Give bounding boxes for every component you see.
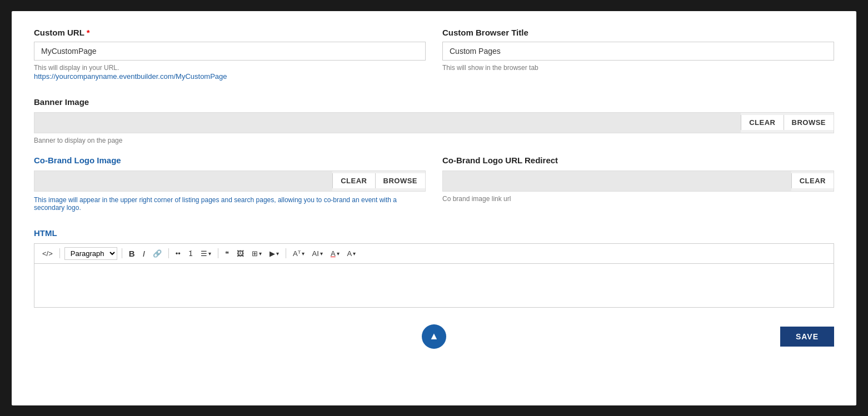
align-chevron-icon: ▾ bbox=[208, 250, 211, 257]
main-window: Custom URL * This will display in your U… bbox=[12, 11, 856, 405]
footer-row: ▲ SAVE bbox=[34, 324, 834, 349]
cobrand-url-input-row: CLEAR bbox=[442, 171, 834, 192]
blockquote-icon: ❝ bbox=[225, 249, 229, 258]
media-button[interactable]: ▶ ▾ bbox=[267, 248, 281, 259]
font-color-chevron-icon: ▾ bbox=[337, 250, 340, 257]
cobrand-clear-button[interactable]: CLEAR bbox=[332, 173, 375, 188]
cobrand-url-section: Co-Brand Logo URL Redirect CLEAR Co bran… bbox=[442, 156, 834, 212]
html-label: HTML bbox=[34, 228, 834, 238]
paragraph-select[interactable]: Paragraph bbox=[64, 247, 117, 260]
toolbar-divider-4 bbox=[218, 248, 218, 258]
cobrand-logo-section: Co-Brand Logo Image CLEAR BROWSE This im… bbox=[34, 156, 426, 212]
highlight-chevron-icon: ▾ bbox=[353, 250, 356, 257]
cobrand-logo-helper: This image will appear in the upper righ… bbox=[34, 196, 426, 212]
cobrand-url-clear-button[interactable]: CLEAR bbox=[791, 173, 834, 188]
custom-url-section: Custom URL * This will display in your U… bbox=[34, 28, 426, 81]
ordered-list-button[interactable]: 1̇ bbox=[186, 248, 195, 259]
table-chevron-icon: ▾ bbox=[259, 250, 262, 257]
highlight-button[interactable]: A ▾ bbox=[345, 248, 358, 259]
format-size-button[interactable]: AI ▾ bbox=[310, 248, 325, 259]
format-size-icon: AI bbox=[312, 249, 319, 258]
format-font-chevron-icon: ▾ bbox=[302, 250, 305, 257]
required-indicator: * bbox=[87, 28, 90, 37]
bold-button[interactable]: B bbox=[127, 248, 137, 259]
image-icon: 🖼 bbox=[237, 249, 244, 258]
italic-button[interactable]: I bbox=[141, 248, 147, 259]
font-color-icon: A bbox=[331, 249, 336, 258]
link-button[interactable]: 🔗 bbox=[151, 248, 164, 259]
custom-url-label: Custom URL * bbox=[34, 28, 426, 37]
custom-browser-title-label: Custom Browser Title bbox=[442, 28, 834, 37]
table-button[interactable]: ⊞ ▾ bbox=[250, 248, 264, 259]
banner-image-input-row: CLEAR BROWSE bbox=[34, 112, 834, 133]
blockquote-button[interactable]: ❝ bbox=[223, 248, 231, 259]
code-view-button[interactable]: </> bbox=[40, 248, 55, 259]
custom-browser-title-section: Custom Browser Title This will show in t… bbox=[442, 28, 834, 81]
cobrand-url-label: Co-Brand Logo URL Redirect bbox=[442, 156, 834, 165]
toolbar-divider-5 bbox=[286, 248, 286, 258]
format-size-chevron-icon: ▾ bbox=[320, 250, 323, 257]
editor-toolbar: </> Paragraph B I 🔗 •• 1̇ ☰ ▾ bbox=[34, 243, 834, 263]
media-icon: ▶ bbox=[270, 249, 275, 258]
unordered-list-icon: •• bbox=[176, 249, 181, 258]
cobrand-url-input-area bbox=[443, 171, 791, 191]
custom-url-helper: This will display in your URL. bbox=[34, 64, 426, 72]
cobrand-browse-button[interactable]: BROWSE bbox=[375, 173, 426, 188]
link-icon: 🔗 bbox=[153, 249, 162, 258]
footer-right: SAVE bbox=[446, 327, 834, 347]
custom-url-input[interactable] bbox=[34, 42, 426, 61]
font-color-button[interactable]: A ▾ bbox=[328, 248, 342, 259]
format-font-icon: Aᵀ bbox=[293, 249, 301, 258]
highlight-icon: A bbox=[347, 249, 352, 258]
custom-browser-title-input[interactable] bbox=[442, 42, 834, 61]
cobrand-logo-input-row: CLEAR BROWSE bbox=[34, 171, 426, 192]
banner-image-label: Banner Image bbox=[34, 97, 834, 107]
code-view-icon: </> bbox=[42, 249, 53, 258]
cobrand-logo-label: Co-Brand Logo Image bbox=[34, 156, 426, 165]
cobrand-url-helper: Co brand image link url bbox=[442, 195, 834, 203]
save-button[interactable]: SAVE bbox=[780, 327, 834, 347]
toolbar-divider-3 bbox=[168, 248, 169, 258]
align-icon: ☰ bbox=[201, 249, 207, 258]
html-section: HTML </> Paragraph B I 🔗 •• 1̇ ☰ bbox=[34, 228, 834, 308]
editor-body[interactable] bbox=[34, 263, 834, 308]
toolbar-divider-1 bbox=[59, 248, 60, 258]
banner-image-section: Banner Image CLEAR BROWSE Banner to disp… bbox=[34, 97, 834, 144]
banner-browse-button[interactable]: BROWSE bbox=[784, 115, 834, 130]
format-font-button[interactable]: Aᵀ ▾ bbox=[291, 248, 307, 259]
banner-clear-button[interactable]: CLEAR bbox=[741, 115, 783, 130]
toolbar-divider-2 bbox=[122, 248, 122, 258]
image-button[interactable]: 🖼 bbox=[235, 248, 246, 259]
custom-url-link[interactable]: https://yourcompanyname.eventbuilder.com… bbox=[34, 72, 227, 81]
banner-image-file-area bbox=[34, 113, 741, 133]
banner-image-helper: Banner to display on the page bbox=[34, 137, 834, 144]
table-icon: ⊞ bbox=[252, 249, 258, 258]
unordered-list-button[interactable]: •• bbox=[173, 248, 183, 259]
custom-browser-title-helper: This will show in the browser tab bbox=[442, 64, 834, 72]
align-button[interactable]: ☰ ▾ bbox=[198, 248, 213, 259]
scroll-top-button[interactable]: ▲ bbox=[422, 324, 446, 349]
cobrand-logo-file-area bbox=[34, 171, 332, 191]
ordered-list-icon: 1̇ bbox=[188, 249, 193, 258]
media-chevron-icon: ▾ bbox=[276, 250, 279, 257]
